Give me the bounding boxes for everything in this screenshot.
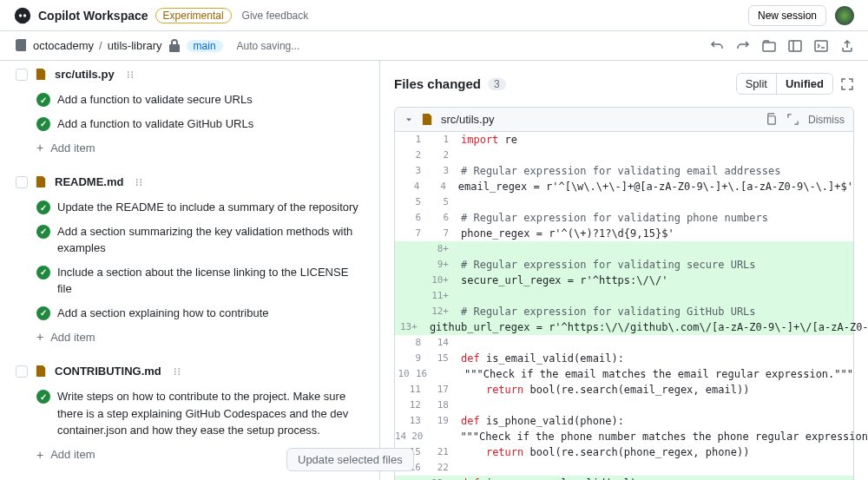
plan-panel: src/utils.py Add a function to validate … [0, 61, 380, 480]
terminal-icon[interactable] [814, 39, 828, 53]
diff-line: 2 2 [395, 148, 853, 163]
old-line-number [395, 476, 426, 480]
breadcrumb-owner[interactable]: octocademy [33, 39, 94, 52]
diff-line: 9 15 def is_email_valid(email): [395, 351, 853, 366]
unified-view-button[interactable]: Unified [777, 74, 832, 94]
expand-file-icon[interactable] [786, 113, 799, 126]
svg-rect-4 [789, 41, 801, 51]
experimental-badge: Experimental [155, 8, 232, 23]
share-icon[interactable] [840, 39, 854, 53]
plan-task[interactable]: Include a section about the license link… [14, 260, 365, 301]
redo-icon[interactable] [736, 39, 750, 53]
diff-line: 12+ # Regular expression for validating … [395, 304, 853, 319]
breadcrumb-repo[interactable]: utils-library [108, 39, 162, 52]
undo-icon[interactable] [710, 39, 724, 53]
old-line-number [395, 241, 426, 257]
new-line-number: 2 [426, 148, 457, 163]
new-line-number: 8+ [426, 241, 457, 257]
new-line-number: 18 [426, 398, 457, 413]
old-line-number: 5 [395, 194, 426, 210]
copy-icon[interactable] [765, 113, 778, 126]
file-icon [421, 113, 434, 126]
plus-icon: + [36, 330, 43, 344]
code-text: github_url_regex = r'^https:\/\/github\.… [426, 319, 868, 335]
diff-line: 11 17 return bool(re.search(email_regex,… [395, 382, 853, 398]
drag-handle-icon[interactable] [172, 366, 182, 377]
file-checkbox[interactable] [16, 69, 28, 81]
plan-task[interactable]: Add a section summarizing the key valida… [14, 220, 365, 260]
drag-handle-icon[interactable] [134, 177, 144, 187]
folder-icon[interactable] [762, 39, 776, 53]
plan-task[interactable]: Add a section explaining how to contribu… [14, 301, 365, 325]
old-line-number: 7 [395, 226, 426, 241]
diff-file-header: src/utils.py Dismiss [395, 108, 853, 132]
plan-task[interactable]: Write steps on how to contribute to the … [14, 385, 365, 443]
old-line-number [395, 257, 426, 273]
plan-file-header: README.md [14, 168, 365, 195]
plus-icon: + [36, 448, 43, 462]
new-line-number: 14 [426, 335, 457, 351]
code-text: email_regex = r'^[\w\.\+\-]+@[a-zA-Z0-9\… [455, 179, 853, 194]
split-view-button[interactable]: Split [737, 74, 776, 94]
new-line-number: 17 [426, 382, 457, 398]
diff-line: 12 18 [395, 398, 853, 413]
new-line-number: 23+ [426, 476, 457, 480]
task-check-icon [36, 390, 50, 404]
new-line-number: 6 [426, 210, 457, 226]
chevron-down-icon[interactable] [404, 115, 414, 125]
branch-chip[interactable]: main [187, 40, 223, 52]
panel-icon[interactable] [788, 39, 802, 53]
update-selected-files-button[interactable]: Update selected files [286, 448, 414, 471]
task-check-icon [36, 266, 50, 279]
task-check-icon [36, 306, 50, 320]
task-text: Add a function to validate secure URLs [57, 91, 253, 108]
plan-file-header: src/utils.py [14, 61, 365, 88]
code-text [457, 335, 853, 351]
new-session-button[interactable]: New session [748, 5, 826, 26]
diff-panel: Files changed 3 Split Unified src/utils.… [380, 61, 868, 480]
plan-task[interactable]: Add a function to validate GitHub URLs [14, 112, 365, 136]
new-line-number: 10+ [426, 273, 457, 288]
plan-task[interactable]: Add a function to validate secure URLs [14, 88, 365, 112]
plan-task[interactable]: Update the README to include a summary o… [14, 195, 365, 220]
code-text: """Check if the email matches the email … [436, 366, 853, 382]
diff-file-name: src/utils.py [441, 113, 494, 126]
new-line-number: 21 [426, 444, 457, 460]
plan-file-name: README.md [55, 175, 123, 188]
diff-line: 13+ github_url_regex = r'^https:\/\/gith… [395, 319, 853, 335]
old-line-number: 4 [395, 179, 424, 194]
new-line-number: 5 [426, 194, 457, 210]
file-icon [35, 365, 48, 378]
copilot-logo-icon [14, 7, 31, 24]
code-text: def is_email_valid(email): [457, 351, 853, 366]
user-avatar[interactable] [835, 6, 854, 25]
diff-line: 16 22 [395, 460, 853, 476]
code-text: # Regular expression for validating emai… [457, 163, 853, 179]
code-text [457, 288, 853, 304]
code-text [457, 460, 853, 476]
task-text: Add a function to validate GitHub URLs [57, 115, 253, 133]
code-text: """Check if the phone number matches the… [432, 429, 869, 444]
plan-file-name: CONTRIBUTING.md [55, 365, 161, 378]
diff-line: 13 19 def is_phone_valid(phone): [395, 413, 853, 429]
fullscreen-icon[interactable] [840, 77, 854, 91]
file-checkbox[interactable] [16, 176, 28, 188]
svg-rect-6 [815, 41, 827, 51]
dismiss-button[interactable]: Dismiss [808, 114, 845, 126]
new-line-number: 9+ [426, 257, 457, 273]
diff-line: 14 20 """Check if the phone number match… [395, 429, 853, 444]
add-item-button[interactable]: +Add item [14, 135, 365, 160]
code-text: # Regular expression for validating GitH… [457, 304, 853, 319]
drag-handle-icon[interactable] [125, 69, 135, 80]
main-split: src/utils.py Add a function to validate … [0, 61, 868, 480]
plus-icon: + [36, 141, 43, 155]
plan-file-name: src/utils.py [55, 68, 115, 81]
diff-line: 8 14 [395, 335, 853, 351]
add-item-button[interactable]: +Add item [14, 325, 365, 349]
file-checkbox[interactable] [16, 365, 28, 378]
breadcrumb-separator: / [99, 39, 102, 52]
give-feedback-link[interactable]: Give feedback [242, 10, 309, 22]
diff-line: 8+ [395, 241, 853, 257]
diff-line: 23+ def is_secure_url_valid(url): [395, 476, 853, 480]
new-line-number: 1 [426, 132, 457, 148]
